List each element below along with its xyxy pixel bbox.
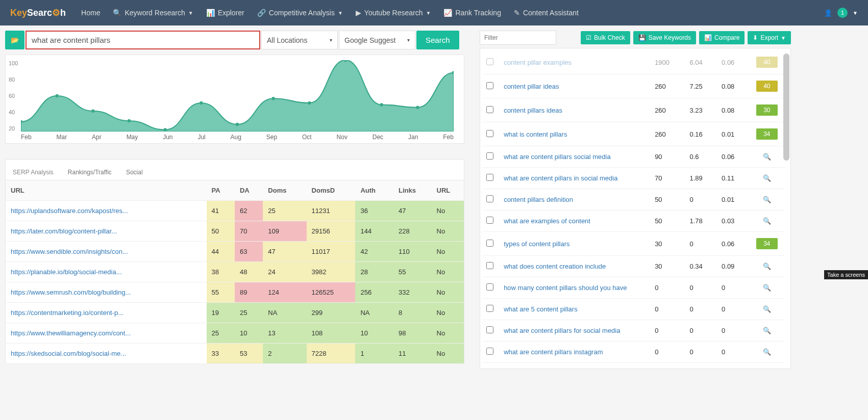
- serp-url-link[interactable]: https://uplandsoftware.com/kapost/res...: [11, 207, 128, 215]
- keyword-link[interactable]: what are content pillars for social medi…: [504, 327, 620, 334]
- nav-competitive[interactable]: 🔗Competitive Analysis▼: [257, 9, 343, 17]
- keyword-link[interactable]: what are content pillars social media: [504, 153, 611, 161]
- keyword-link[interactable]: content pillar ideas: [504, 83, 559, 90]
- keyword-row: types of content pillars 30 0 0.06 34: [482, 232, 784, 256]
- row-checkbox[interactable]: [486, 240, 493, 247]
- serp-tabs: SERP Analysis Rankings/Traffic Social: [5, 159, 464, 180]
- keyword-row: what are content pillars instagram 0 0 0…: [482, 342, 784, 363]
- row-checkbox[interactable]: [486, 262, 493, 269]
- row-checkbox[interactable]: [486, 106, 493, 113]
- engine-select[interactable]: Google Suggest▾: [339, 31, 415, 49]
- difficulty-badge: 30: [756, 104, 778, 116]
- row-checkbox[interactable]: [486, 326, 493, 333]
- keyword-link[interactable]: types of content pillars: [504, 240, 569, 248]
- search-icon[interactable]: 🔍: [763, 196, 771, 203]
- folder-icon: 📂: [11, 36, 19, 44]
- table-row: https://www.semrush.com/blog/building...…: [6, 282, 464, 303]
- keyword-link[interactable]: what are content pillars instagram: [504, 348, 603, 356]
- nav-youtube[interactable]: ▶Youtube Research▼: [356, 9, 431, 17]
- row-checkbox[interactable]: [486, 217, 493, 224]
- keyword-row: content pillar examples 1900 6.04 0.06 4…: [482, 50, 784, 74]
- search-icon[interactable]: 🔍: [763, 327, 771, 334]
- col-pa[interactable]: PA: [207, 180, 235, 201]
- keyword-link[interactable]: content pillar examples: [504, 59, 572, 66]
- search-icon[interactable]: 🔍: [763, 217, 771, 225]
- tab-social[interactable]: Social: [126, 169, 143, 176]
- col-doms[interactable]: Doms: [263, 180, 306, 201]
- keyword-row: what are content pillars in social media…: [482, 168, 784, 189]
- chart-y-axis: 10080604020: [9, 60, 18, 132]
- col-url2[interactable]: URL: [432, 180, 464, 201]
- keyword-row: what are 5 content pillars 0 0 0 🔍: [482, 299, 784, 320]
- row-checkbox[interactable]: [486, 130, 493, 137]
- keyword-row: content pillars definition 50 0 0.01 🔍: [482, 189, 784, 211]
- chart-icon: 📊: [206, 9, 215, 17]
- search-icon[interactable]: 🔍: [763, 262, 771, 270]
- scrollbar[interactable]: [783, 54, 789, 161]
- col-da[interactable]: DA: [235, 180, 263, 201]
- notification-badge[interactable]: 1: [837, 8, 848, 18]
- logo[interactable]: KeySearc⚙h: [10, 7, 66, 18]
- row-checkbox[interactable]: [486, 174, 493, 181]
- table-row: https://contentmarketing.io/content-p...…: [6, 303, 464, 323]
- keyword-row: what are examples of content 50 1.78 0.0…: [482, 211, 784, 232]
- user-icon[interactable]: 👤: [824, 9, 832, 17]
- search-icon[interactable]: 🔍: [763, 174, 771, 182]
- nav-keyword-research[interactable]: 🔍Keyword Research▼: [113, 9, 193, 17]
- location-select[interactable]: All Locations▾: [261, 31, 338, 49]
- keyword-input[interactable]: [26, 31, 260, 49]
- serp-url-link[interactable]: https://www.semrush.com/blog/building...: [11, 288, 131, 296]
- search-icon: 🔍: [113, 9, 121, 17]
- col-auth[interactable]: Auth: [355, 180, 393, 201]
- keyword-link[interactable]: what are examples of content: [504, 217, 590, 225]
- keyword-link[interactable]: what does content creation include: [504, 262, 606, 270]
- save-keywords-button[interactable]: 💾Save Keywords: [633, 31, 696, 44]
- nav-explorer[interactable]: 📊Explorer: [206, 9, 244, 17]
- row-checkbox[interactable]: [486, 195, 493, 202]
- serp-url-link[interactable]: https://skedsocial.com/blog/social-me...: [11, 350, 126, 357]
- search-icon[interactable]: 🔍: [763, 153, 771, 161]
- row-checkbox[interactable]: [486, 58, 493, 65]
- link-icon: 🔗: [257, 9, 266, 17]
- open-folder-button[interactable]: 📂: [5, 31, 24, 49]
- serp-url-link[interactable]: https://www.thewilliamagency.com/cont...: [11, 329, 131, 337]
- chart-svg: [21, 60, 454, 132]
- keyword-link[interactable]: how many content pillars should you have: [504, 284, 627, 292]
- difficulty-badge: 40: [756, 57, 778, 68]
- serp-url-link[interactable]: https://later.com/blog/content-pillar...: [11, 227, 117, 235]
- serp-url-link[interactable]: https://planable.io/blog/social-media...: [11, 268, 122, 276]
- keyword-link[interactable]: what is content pillars: [504, 130, 567, 138]
- keyword-link[interactable]: what are 5 content pillars: [504, 305, 578, 313]
- nav-rank[interactable]: 📈Rank Tracking: [443, 9, 501, 17]
- col-domsd[interactable]: DomsD: [307, 180, 356, 201]
- video-icon: ▶: [356, 9, 361, 17]
- nav-home[interactable]: Home: [81, 9, 100, 17]
- row-checkbox[interactable]: [486, 305, 493, 312]
- search-button[interactable]: Search: [416, 31, 459, 49]
- row-checkbox[interactable]: [486, 348, 493, 355]
- col-url[interactable]: URL: [6, 180, 207, 201]
- user-menu-caret[interactable]: ▼: [853, 10, 858, 16]
- serp-url-link[interactable]: https://contentmarketing.io/content-p...: [11, 309, 123, 317]
- tab-serp[interactable]: SERP Analysis: [13, 169, 54, 176]
- keyword-link[interactable]: content pillars ideas: [504, 107, 562, 114]
- compare-button[interactable]: 📊Compare: [699, 31, 745, 44]
- tab-rankings[interactable]: Rankings/Traffic: [68, 169, 112, 176]
- keyword-link[interactable]: what are content pillars in social media: [504, 174, 617, 182]
- search-icon[interactable]: 🔍: [763, 305, 771, 313]
- nav-content[interactable]: ✎Content Assistant: [514, 9, 579, 17]
- export-button[interactable]: ⬇Export▼: [748, 31, 791, 44]
- svg-point-2: [91, 110, 94, 113]
- row-checkbox[interactable]: [486, 152, 493, 160]
- row-checkbox[interactable]: [486, 283, 493, 291]
- row-checkbox[interactable]: [486, 82, 493, 89]
- col-links[interactable]: Links: [393, 180, 432, 201]
- search-icon[interactable]: 🔍: [763, 348, 771, 356]
- keyword-link[interactable]: content pillars definition: [504, 196, 573, 203]
- bulk-check-button[interactable]: ☑Bulk Check: [581, 31, 630, 44]
- search-icon[interactable]: 🔍: [763, 284, 771, 292]
- serp-url-link[interactable]: https://www.sendible.com/insights/con...: [11, 248, 128, 255]
- filter-input[interactable]: [480, 31, 556, 45]
- trend-chart: 10080604020 FebMarAprMayJunJulAugSepOctN…: [5, 55, 464, 144]
- chevron-down-icon: ▾: [330, 37, 332, 43]
